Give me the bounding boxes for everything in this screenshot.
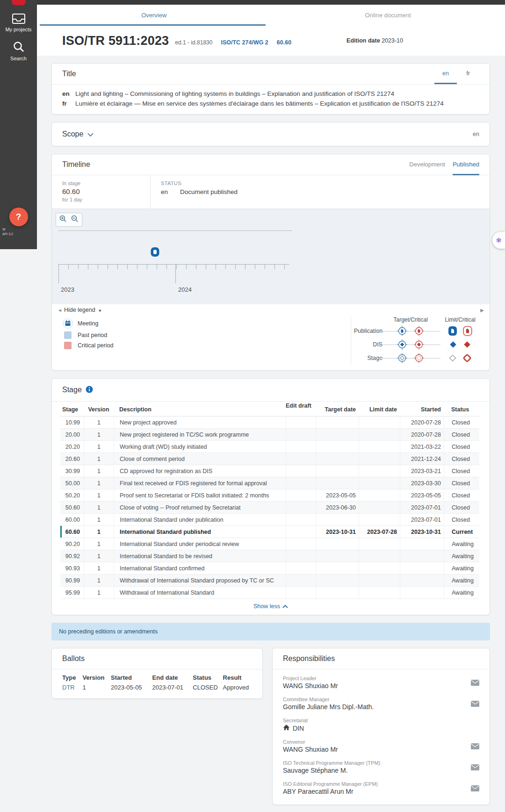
- responsibility-role: Committee Manager: [283, 697, 471, 702]
- col-started: Started: [111, 674, 152, 681]
- timeline-chart[interactable]: 2023 2024: [52, 208, 490, 304]
- chart-zoom-controls: [56, 213, 82, 227]
- title-card: Title en fr en Light and lighting – Comm…: [51, 63, 490, 115]
- responsibility-name: ABY Paraecattil Arun Mr: [283, 788, 471, 795]
- envelope-icon[interactable]: [471, 764, 479, 770]
- active-tab-underline: [40, 24, 266, 26]
- responsibility-role: ISO Technical Programme Manager (TPM): [283, 760, 471, 766]
- scope-heading: Scope: [62, 130, 83, 138]
- timeline-heading: Timeline: [62, 160, 90, 169]
- stage-cell-status: Awaiting: [444, 550, 479, 562]
- scroll-right-icon[interactable]: ▶: [480, 308, 484, 313]
- timeline-card: Timeline Development Published In stage …: [51, 154, 490, 371]
- info-icon[interactable]: [86, 386, 93, 395]
- sidebar-item-my-projects[interactable]: My projects: [0, 13, 37, 32]
- zoom-out-icon[interactable]: [71, 215, 79, 224]
- stage-cell-target_date: [316, 550, 359, 562]
- scope-header[interactable]: Scope en: [52, 122, 490, 146]
- stage-cell-description: CD approved for registration as DIS: [114, 465, 286, 477]
- limit-publication-blue-icon: [448, 326, 457, 336]
- stage-cell-edit_draft: [286, 453, 316, 465]
- stage-cell-status: Closed: [444, 477, 479, 489]
- stage-cell-description: Proof sent to Secretariat or FDIS ballot…: [114, 489, 286, 501]
- stage-cell-edit_draft: [286, 575, 316, 586]
- show-less-label: Show less: [253, 603, 280, 610]
- stage-cell-target_date: [316, 465, 359, 477]
- stage-cell-description: Withdrawal of International Standard: [114, 587, 286, 598]
- lang-tab-en[interactable]: en: [434, 70, 457, 84]
- stage-table-row: 90.991Withdrawal of International Standa…: [60, 575, 479, 587]
- stage-cell-limit_date: [359, 587, 400, 598]
- stage-cell-version: 1: [84, 429, 114, 440]
- scope-lang: en: [473, 131, 479, 137]
- ballot-result: Approved: [223, 684, 252, 691]
- stage-code-link[interactable]: 60.60: [277, 39, 291, 46]
- publication-marker[interactable]: [150, 246, 160, 259]
- stage-cell-edit_draft: [286, 489, 316, 501]
- critical-dis-red-icon: [413, 339, 425, 350]
- envelope-icon[interactable]: [471, 743, 479, 749]
- stage-cell-status: Closed: [444, 453, 479, 465]
- stage-cell-edit_draft: [286, 477, 316, 489]
- stage-cell-edit_draft: [286, 514, 316, 525]
- stage-cell-stage: 90.92: [60, 550, 84, 562]
- committee-link[interactable]: ISO/TC 274/WG 2: [221, 39, 268, 46]
- ballots-table: Type Version Started End date Status Res…: [52, 669, 262, 698]
- title-row-fr: fr Lumière et éclairage — Mise en servic…: [52, 99, 490, 108]
- legend-row-stage: Stage: [354, 351, 481, 365]
- title-heading: Title: [62, 70, 76, 78]
- stage-cell-description: Close of comment period: [114, 453, 286, 465]
- title-row-en: en Light and lighting – Commissioning of…: [52, 89, 490, 99]
- stage-cell-started: 2023-03-30: [400, 477, 444, 489]
- stage-card-header: Stage: [52, 379, 490, 402]
- stage-cell-limit_date: [359, 538, 400, 550]
- toggle-development[interactable]: Development: [409, 161, 445, 175]
- scroll-left-icon[interactable]: ◄: [58, 308, 62, 313]
- title-text-fr: Lumière et éclairage — Mise en service d…: [75, 100, 444, 107]
- limit-stage-gray-icon: [448, 354, 457, 362]
- stage-cell-status: Closed: [444, 502, 479, 513]
- axis-major-tick-2024: [175, 265, 176, 283]
- envelope-icon[interactable]: [471, 680, 479, 686]
- tab-overview[interactable]: Overview: [37, 5, 271, 26]
- page-header: ISO/TR 5911:2023 ed.1 - id.81830 ISO/TC …: [37, 26, 505, 56]
- stage-cell-edit_draft: [286, 429, 316, 440]
- legend-row-publication: Publication: [354, 324, 481, 338]
- stage-cell-target_date: [316, 429, 359, 440]
- axis-year-label: 2024: [178, 286, 192, 293]
- stage-cell-started: 2023-05-05: [400, 489, 444, 501]
- tab-bar: Overview Online document: [37, 5, 505, 26]
- stage-cell-version: 1: [84, 453, 114, 465]
- lang-tab-fr[interactable]: fr: [457, 70, 479, 84]
- stage-cell-description: New project approved: [114, 417, 286, 428]
- hide-legend-link[interactable]: Hide legend ▲: [64, 307, 102, 313]
- envelope-icon[interactable]: [471, 785, 479, 791]
- show-less-link[interactable]: Show less: [52, 599, 490, 615]
- stage-table-row: 50.201Proof sent to Secretariat or FDIS …: [60, 489, 479, 502]
- col-type: Type: [62, 674, 82, 681]
- stage-cell-status: Closed: [444, 441, 479, 453]
- ballot-started: 2023-05-05: [111, 684, 152, 691]
- tab-online-document[interactable]: Online document: [271, 5, 505, 26]
- stage-cell-version: 1: [84, 465, 114, 477]
- responsibility-name: WANG Shuxiao Mr: [283, 746, 471, 753]
- sidebar-item-search[interactable]: Search: [0, 40, 37, 61]
- stage-cell-edit_draft: [286, 538, 316, 550]
- zoom-in-icon[interactable]: [59, 215, 67, 224]
- ballot-type-link[interactable]: DTR: [62, 684, 82, 691]
- stage-cell-target_date: [316, 587, 359, 598]
- stage-cell-target_date: 2023-05-05: [316, 489, 359, 501]
- envelope-icon[interactable]: [471, 701, 479, 707]
- stage-cell-edit_draft: [286, 587, 316, 598]
- legend-item-label: Meeting: [78, 320, 98, 327]
- stage-cell-version: 1: [84, 489, 114, 501]
- stage-cell-started: 2021-12-24: [400, 453, 444, 465]
- stage-heading: Stage: [62, 386, 82, 394]
- stage-cell-stage: 60.00: [60, 514, 84, 525]
- page-title: ISO/TR 5911:2023: [62, 34, 169, 48]
- stage-cell-edit_draft: [286, 441, 316, 453]
- help-button[interactable]: ?: [9, 208, 28, 226]
- stage-table-row: 60.601International Standard published20…: [60, 526, 479, 538]
- legend-row-dis: DIS: [354, 338, 481, 351]
- toggle-published[interactable]: Published: [453, 161, 479, 175]
